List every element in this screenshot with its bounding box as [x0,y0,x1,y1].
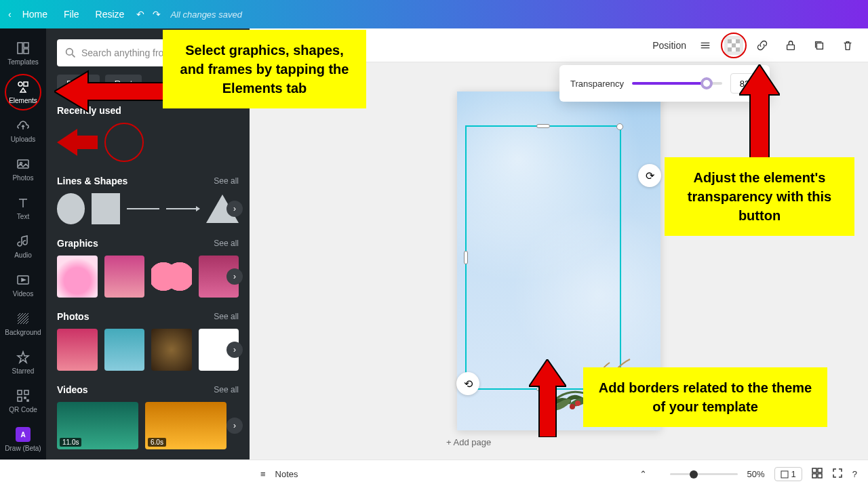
sync-button[interactable]: ⟲ [456,372,479,395]
svg-point-16 [66,49,73,56]
save-status: All changes saved [170,9,242,20]
sidebar-item-templates[interactable]: Templates [0,34,46,73]
sidebar-item-photos[interactable]: Photos [0,150,46,188]
shape-square[interactable] [92,193,119,224]
top-menu-bar: ‹ Home File Resize ↶ ↷ All changes saved [0,0,868,28]
carousel-next-icon[interactable]: › [226,268,243,285]
photo-thumb[interactable] [57,329,98,371]
svg-rect-0 [18,43,22,54]
background-icon [16,311,31,326]
file-button[interactable]: File [56,5,87,24]
svg-rect-15 [27,400,28,401]
sidebar-item-uploads[interactable]: Uploads [0,111,46,150]
video-duration: 6.0s [148,438,166,447]
sidebar-item-background[interactable]: Background [0,304,46,343]
annotation-callout: Select graphics, shapes, and frames by t… [163,30,366,108]
zoom-slider[interactable] [670,473,738,475]
svg-rect-41 [812,474,816,478]
templates-label: Templates [7,58,39,66]
redo-icon[interactable]: ↷ [153,9,161,20]
graphic-glasses[interactable] [151,256,192,298]
svg-marker-37 [529,359,566,437]
annotation-arrow-left [54,68,170,115]
link-icon[interactable] [753,36,772,55]
sidebar-item-videos[interactable]: Videos [0,266,46,304]
qrcode-icon [16,388,31,403]
add-page-button[interactable]: + Add page [446,437,491,447]
photos-label: Photos [12,174,33,182]
carousel-next-icon[interactable]: › [226,342,243,358]
photo-thumb[interactable] [151,329,192,371]
svg-rect-38 [781,471,788,478]
carousel-next-icon[interactable]: › [226,201,243,217]
videos-icon [16,272,31,287]
delete-icon[interactable] [838,36,857,55]
resize-handle-top[interactable] [536,124,550,128]
slider-thumb[interactable] [690,470,698,479]
transparency-popup: Transparency 83 [559,65,770,102]
back-chevron-icon[interactable]: ‹ [8,9,12,20]
section-graphics: Graphics [57,238,98,249]
text-icon [16,195,31,210]
audio-icon [16,234,31,249]
star-icon [16,350,31,365]
svg-rect-11 [18,390,22,394]
page-indicator[interactable]: 1 [774,467,802,481]
transparency-slider[interactable] [632,82,722,85]
sidebar-item-text[interactable]: Text [0,188,46,227]
svg-rect-40 [818,468,822,472]
notes-button[interactable]: Notes [275,469,298,479]
sidebar-item-audio[interactable]: Audio [0,227,46,266]
carousel-next-icon[interactable]: › [226,418,243,434]
notes-icon[interactable]: ≡ [260,469,266,479]
search-icon [65,47,76,58]
slider-thumb[interactable] [701,77,713,89]
resize-button[interactable]: Resize [87,5,133,24]
page-drawer-handle[interactable]: ⌃ [639,469,647,479]
transparency-button[interactable] [724,36,743,55]
sidebar-item-qrcode[interactable]: QR Code [0,382,46,420]
resize-handle-corner[interactable] [616,123,623,130]
undo-icon[interactable]: ↶ [136,9,144,20]
duplicate-icon[interactable] [810,36,829,55]
sidebar-item-elements[interactable]: Elements [0,73,46,111]
annotation-circle [721,33,747,58]
rotate-button[interactable]: ⟳ [638,164,661,187]
svg-rect-2 [24,49,28,54]
shape-circle[interactable] [57,193,85,224]
fullscreen-icon[interactable] [832,468,843,481]
help-icon[interactable]: ? [852,469,857,479]
seeall-graphics[interactable]: See all [214,239,239,248]
grid-view-icon[interactable] [812,468,823,481]
photo-thumb[interactable] [104,329,145,371]
background-label: Background [5,329,41,336]
shape-arrow[interactable] [166,208,199,209]
home-button[interactable]: Home [14,5,56,24]
recent-circle-graphic[interactable] [104,123,144,162]
annotation-callout: Adjust the element's transparency with t… [665,157,854,236]
recent-arrow-graphic[interactable] [57,129,98,156]
bottom-bar: ≡ Notes ⌃ 50% 1 ? [250,460,868,488]
video-duration: 11.0s [60,438,81,447]
video-thumb[interactable]: 11.0s [57,402,138,449]
seeall-photos[interactable]: See all [214,312,239,321]
text-label: Text [17,213,29,220]
seeall-videos[interactable]: See all [214,385,239,394]
sidebar-item-starred[interactable]: Starred [0,343,46,382]
position-button[interactable]: Position [652,40,686,51]
seeall-shapes[interactable]: See all [214,176,239,186]
lock-icon[interactable] [781,36,800,55]
zoom-level[interactable]: 50% [747,469,765,479]
svg-point-30 [570,404,575,409]
graphic-woman[interactable] [104,256,145,298]
layers-icon[interactable] [696,36,715,55]
svg-rect-39 [812,468,816,472]
graphic-candle[interactable] [57,256,98,298]
svg-rect-24 [787,45,795,49]
video-thumb[interactable]: 6.0s [145,402,226,449]
shape-line[interactable] [127,208,160,209]
sidebar-item-draw[interactable]: A Draw (Beta) [0,420,46,459]
svg-marker-36 [739,64,780,159]
annotation-arrow-up [739,64,780,159]
resize-handle-left[interactable] [464,251,468,264]
